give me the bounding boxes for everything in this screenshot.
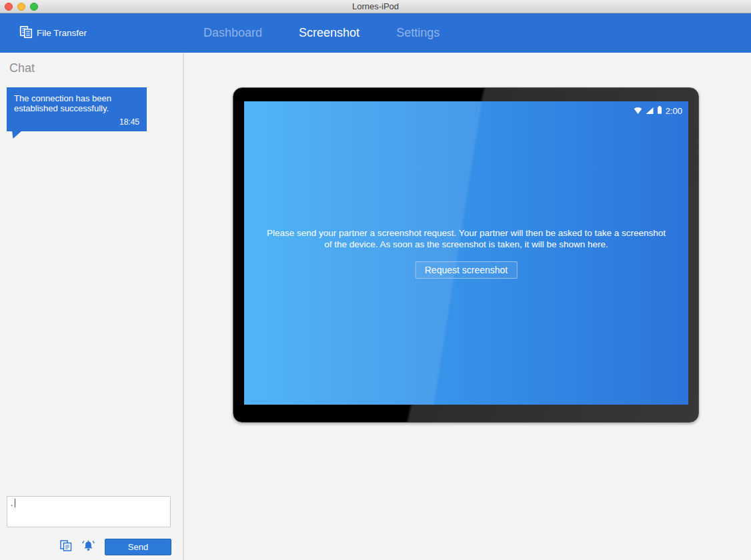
app-header: File Transfer Dashboard Screenshot Setti… xyxy=(0,13,751,53)
text-caret xyxy=(15,499,15,507)
zoom-button[interactable] xyxy=(30,3,38,11)
chat-message-bubble: The connection has been established succ… xyxy=(7,87,147,131)
file-transfer-label: File Transfer xyxy=(37,28,87,38)
screenshot-instructions: Please send your partner a screenshot re… xyxy=(263,228,670,250)
chat-message-time: 18:45 xyxy=(14,117,139,127)
chat-bubble-tail xyxy=(12,131,22,139)
signal-icon xyxy=(646,106,654,116)
tab-bar: Dashboard Screenshot Settings xyxy=(203,13,440,53)
battery-icon xyxy=(657,106,662,116)
status-time: 2:00 xyxy=(666,106,682,116)
file-transfer-button[interactable]: File Transfer xyxy=(19,13,87,53)
tablet-device-frame: 2:00 Please send your partner a screensh… xyxy=(233,87,699,423)
traffic-lights xyxy=(5,3,38,11)
tablet-screen: 2:00 Please send your partner a screensh… xyxy=(244,101,688,405)
screenshot-panel: 2:00 Please send your partner a screensh… xyxy=(184,53,751,560)
chat-input[interactable]: . xyxy=(7,496,171,527)
app-window: Lornes-iPod File Transfer Dashboard Scre… xyxy=(0,0,751,560)
minimize-button[interactable] xyxy=(17,3,25,11)
tab-screenshot[interactable]: Screenshot xyxy=(299,26,359,40)
request-screenshot-button[interactable]: Request screenshot xyxy=(416,261,518,279)
chat-heading: Chat xyxy=(9,61,35,75)
device-statusbar: 2:00 xyxy=(634,106,682,116)
window-title: Lornes-iPod xyxy=(0,0,751,13)
titlebar: Lornes-iPod xyxy=(0,0,751,13)
close-button[interactable] xyxy=(5,3,13,11)
chat-message-text: The connection has been established succ… xyxy=(14,93,139,113)
send-button[interactable]: Send xyxy=(105,539,171,555)
wifi-icon xyxy=(634,106,642,116)
bell-icon[interactable] xyxy=(81,539,95,553)
file-transfer-icon xyxy=(19,25,33,41)
chat-sidebar: Chat The connection has been established… xyxy=(0,53,184,560)
tab-settings[interactable]: Settings xyxy=(396,26,440,40)
tab-dashboard[interactable]: Dashboard xyxy=(203,26,262,40)
copy-icon[interactable] xyxy=(59,540,73,553)
